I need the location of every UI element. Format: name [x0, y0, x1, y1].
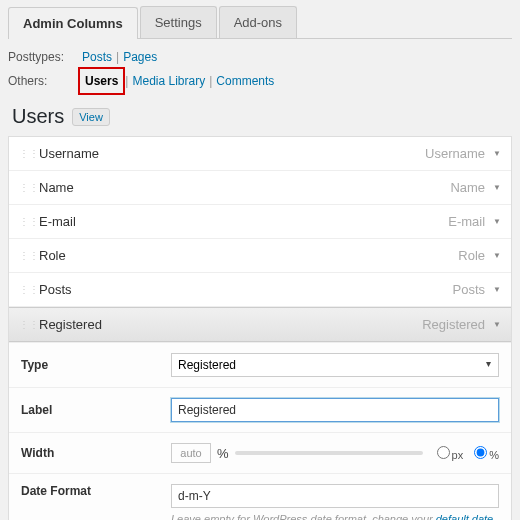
- label-input[interactable]: [171, 398, 499, 422]
- type-label: Type: [21, 358, 171, 372]
- filter-comments[interactable]: Comments: [216, 71, 274, 91]
- dateformat-label: Date Format: [21, 484, 171, 498]
- column-row[interactable]: ⋮⋮ Role Role ▼: [9, 239, 511, 273]
- width-slider[interactable]: [235, 451, 423, 455]
- column-type: Role: [458, 248, 485, 263]
- column-label: Username: [39, 146, 425, 161]
- column-row[interactable]: ⋮⋮ Posts Posts ▼: [9, 273, 511, 307]
- drag-handle-icon[interactable]: ⋮⋮: [19, 287, 33, 293]
- filter-users[interactable]: Users: [78, 67, 125, 95]
- column-row[interactable]: ⋮⋮ Username Username ▼: [9, 137, 511, 171]
- column-label: E-mail: [39, 214, 448, 229]
- dateformat-helper: Leave empty for WordPress date format, c…: [171, 512, 499, 520]
- page-title-text: Users: [12, 105, 64, 128]
- label-label: Label: [21, 403, 171, 417]
- filter-media[interactable]: Media Library: [132, 71, 205, 91]
- filter-posts[interactable]: Posts: [82, 47, 112, 67]
- column-type: Name: [450, 180, 485, 195]
- separator: |: [209, 71, 212, 91]
- chevron-down-icon[interactable]: ▼: [493, 183, 501, 192]
- column-settings-panel: Type Registered Label Width auto %: [9, 342, 511, 520]
- drag-handle-icon[interactable]: ⋮⋮: [19, 185, 33, 191]
- others-label: Others:: [8, 71, 78, 91]
- unit-px-label: px: [452, 449, 464, 461]
- column-row[interactable]: ⋮⋮ Name Name ▼: [9, 171, 511, 205]
- column-type: Username: [425, 146, 485, 161]
- tab-settings[interactable]: Settings: [140, 6, 217, 38]
- main-tabs: Admin Columns Settings Add-ons: [8, 6, 512, 39]
- drag-handle-icon[interactable]: ⋮⋮: [19, 322, 33, 328]
- column-type: Registered: [422, 317, 485, 332]
- column-type: Posts: [453, 282, 486, 297]
- drag-handle-icon[interactable]: ⋮⋮: [19, 253, 33, 259]
- column-row-active[interactable]: ⋮⋮ Registered Registered ▼: [9, 307, 511, 342]
- chevron-down-icon[interactable]: ▼: [493, 285, 501, 294]
- unit-pct-label: %: [489, 449, 499, 461]
- filter-pages[interactable]: Pages: [123, 47, 157, 67]
- drag-handle-icon[interactable]: ⋮⋮: [19, 219, 33, 225]
- tab-admin-columns[interactable]: Admin Columns: [8, 7, 138, 39]
- type-select[interactable]: Registered: [171, 353, 499, 377]
- column-label: Role: [39, 248, 458, 263]
- column-label: Registered: [39, 317, 422, 332]
- filter-bar: Posttypes: Posts | Pages Others: Users |…: [8, 47, 512, 95]
- column-label: Posts: [39, 282, 453, 297]
- unit-px-radio[interactable]: [437, 446, 450, 459]
- tab-addons[interactable]: Add-ons: [219, 6, 297, 38]
- separator: |: [125, 71, 128, 91]
- column-row[interactable]: ⋮⋮ E-mail E-mail ▼: [9, 205, 511, 239]
- column-label: Name: [39, 180, 450, 195]
- chevron-down-icon[interactable]: ▼: [493, 149, 501, 158]
- column-list: ⋮⋮ Username Username ▼ ⋮⋮ Name Name ▼ ⋮⋮…: [8, 136, 512, 520]
- unit-pct-radio[interactable]: [474, 446, 487, 459]
- posttypes-label: Posttypes:: [8, 47, 78, 67]
- column-type: E-mail: [448, 214, 485, 229]
- chevron-down-icon[interactable]: ▼: [493, 320, 501, 329]
- drag-handle-icon[interactable]: ⋮⋮: [19, 151, 33, 157]
- separator: |: [116, 47, 119, 67]
- width-label: Width: [21, 446, 171, 460]
- width-unit-suffix: %: [217, 446, 229, 461]
- chevron-down-icon[interactable]: ▼: [493, 251, 501, 260]
- chevron-down-icon[interactable]: ▼: [493, 217, 501, 226]
- width-value[interactable]: auto: [171, 443, 211, 463]
- dateformat-input[interactable]: [171, 484, 499, 508]
- view-button[interactable]: View: [72, 108, 110, 126]
- page-title: Users View: [12, 105, 512, 128]
